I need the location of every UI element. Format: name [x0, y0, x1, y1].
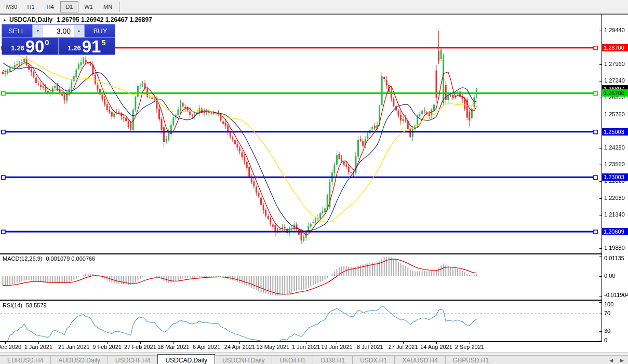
date-axis-label: 19 Jun 2021	[321, 344, 353, 350]
chart-tab-usdchf-h4[interactable]: USDCHF.H4	[108, 356, 157, 364]
date-axis-label: 24 Apr 2021	[224, 344, 255, 350]
date-axis-label: 8 Jul 2021	[357, 344, 383, 350]
price-tick-label: 1.25760	[604, 111, 625, 117]
timeframe-button-h1[interactable]: H1	[22, 1, 40, 12]
timeframe-button-w1[interactable]: W1	[79, 1, 98, 12]
macd-axis-label: 0.01135	[604, 255, 624, 261]
rsi-axis-label: 70	[604, 310, 610, 316]
buy-price-pip-digit: 5	[101, 38, 105, 47]
timeframe-button-mn[interactable]: MN	[99, 1, 117, 12]
date-axis-label: 2 Sep 2021	[455, 344, 484, 350]
macd-axis-label: 0.00	[604, 273, 615, 279]
volume-input[interactable]: 3.00	[43, 25, 74, 37]
price-tick-label: 1.19880	[604, 245, 625, 251]
macd-values: 0.001079 0.000766	[46, 255, 95, 262]
macd-label: MACD(12,26,9)	[3, 255, 42, 262]
price-tick-label: 1.24280	[604, 144, 625, 151]
chart-tab-gbpusd-h1[interactable]: GBPUSD.H1	[445, 356, 496, 364]
timeframe-button-h4[interactable]: H4	[41, 1, 59, 12]
date-axis-label: 1 Jun 2021	[292, 344, 320, 350]
tab-scroll-right-icon[interactable]: ▶	[620, 358, 624, 363]
date-axis-label: 21 Jan 2021	[58, 344, 90, 350]
toolbar-separator	[119, 2, 120, 12]
down-triangle-icon: ▼	[36, 29, 40, 33]
date-axis-label: 6 Apr 2021	[193, 344, 220, 350]
price-tick-label: 1.22080	[604, 195, 625, 201]
sell-price-prefix: 1.26	[11, 44, 24, 52]
price-level-badge: 1.28700	[602, 44, 628, 51]
chart-tab-usdcad-daily[interactable]: USDCAD.Daily	[157, 354, 215, 364]
tab-scroll-controls: ◀ ▶	[609, 356, 628, 364]
chart-tab-usdcnh-daily[interactable]: USDCNH.Daily	[215, 356, 272, 364]
date-axis-label: 27 Feb 2021	[124, 344, 156, 350]
price-level-badge: 1.25003	[602, 128, 628, 136]
rsi-axis-label: 0	[604, 337, 607, 343]
date-axis-label: 27 Jul 2021	[389, 344, 418, 350]
price-level-badge: 1.20609	[602, 228, 628, 235]
chart-symbol-period: USDCAD,Daily	[9, 16, 52, 23]
one-click-trade-panel: SELL ▼ 3.00 ▲ BUY 1.26 90 0 1.26 91 5	[2, 24, 115, 55]
chart-tab-usdx-h1[interactable]: USDX.H1	[352, 356, 394, 364]
price-tick-label: 1.27240	[604, 77, 625, 84]
rsi-axis-label: 100	[604, 301, 613, 307]
sell-button[interactable]: SELL	[2, 24, 31, 37]
buy-price-prefix: 1.26	[68, 44, 81, 52]
volume-increase-button[interactable]: ▲	[74, 25, 84, 37]
date-axis-label: 9 Feb 2021	[92, 344, 122, 350]
buy-price-display: 1.26 91 5	[59, 38, 115, 55]
chart-tab-audusd-daily[interactable]: AUDUSD.Daily	[50, 356, 108, 364]
date-axis-label: 1 Jan 2021	[24, 344, 52, 350]
sell-price-big-digits: 90	[25, 39, 45, 54]
date-axis-label: 18 Mar 2021	[157, 344, 190, 350]
chart-tab-dj30-h1[interactable]: DJ30.H1	[313, 356, 352, 364]
price-tick-label: 1.23560	[604, 161, 625, 167]
timeframe-toolbar: M30H1H4D1W1MN	[0, 0, 628, 14]
up-triangle-icon: ▲	[77, 29, 81, 33]
volume-stepper: ▼ 3.00 ▲	[32, 24, 85, 37]
timeframe-button-m30[interactable]: M30	[3, 1, 21, 12]
terminal-window: M30H1H4D1W1MN ▲ USDCAD,Daily 1.26795 1.2…	[0, 0, 628, 364]
rsi-axis-label: 30	[604, 328, 610, 334]
chart-title: ▲ USDCAD,Daily 1.26795 1.26942 1.26467 1…	[3, 16, 152, 23]
macd-axis-label: -0.011904	[604, 292, 628, 298]
macd-indicator-label: MACD(12,26,9) 0.001079 0.000766	[3, 255, 95, 262]
buy-price-big-digits: 91	[82, 39, 101, 54]
date-axis-label: 14 Aug 2021	[420, 344, 452, 350]
one-click-collapse-icon[interactable]: ▲	[3, 18, 7, 22]
chart-tab-ukoil-h1[interactable]: UKOil.H1	[272, 356, 313, 364]
date-axis-label: 13 May 2021	[257, 344, 290, 350]
price-level-badge: 1.26700	[602, 89, 628, 97]
rsi-label: RSI(14)	[3, 302, 22, 308]
chart-tab-xauusd-h4[interactable]: XAUUSD.H4	[394, 356, 445, 364]
chart-tabs: EURUSD.H4AUDUSD.DailyUSDCHF.H4USDCAD.Dai…	[0, 356, 496, 364]
sell-price-pip-digit: 0	[45, 38, 49, 47]
chart-tab-eurusd-h4[interactable]: EURUSD.H4	[0, 356, 50, 364]
price-level-badge: 1.23003	[602, 173, 628, 181]
price-tick-label: 1.29440	[604, 27, 625, 33]
chart-ohlc-values: 1.26795 1.26942 1.26467 1.26897	[57, 16, 152, 23]
timeframe-buttons: M30H1H4D1W1MN	[2, 1, 117, 12]
buy-button[interactable]: BUY	[86, 24, 115, 37]
timeframe-button-d1[interactable]: D1	[60, 1, 78, 12]
volume-decrease-button[interactable]: ▼	[33, 25, 43, 37]
price-tick-label: 1.21340	[604, 211, 625, 218]
price-tick-label: 1.27960	[604, 61, 625, 67]
rsi-indicator-label: RSI(14) 58.5579	[3, 302, 47, 308]
trade-panel-top-row: SELL ▼ 3.00 ▲ BUY	[2, 24, 115, 38]
chart-tab-bar: EURUSD.H4AUDUSD.DailyUSDCHF.H4USDCAD.Dai…	[0, 355, 628, 364]
trade-panel-price-row: 1.26 90 0 1.26 91 5	[2, 38, 115, 55]
tab-scroll-left-icon[interactable]: ◀	[609, 358, 613, 363]
rsi-value: 58.5579	[26, 302, 47, 308]
sell-price-display: 1.26 90 0	[2, 38, 59, 55]
date-axis-label: 12 Dec 2020	[0, 344, 21, 350]
